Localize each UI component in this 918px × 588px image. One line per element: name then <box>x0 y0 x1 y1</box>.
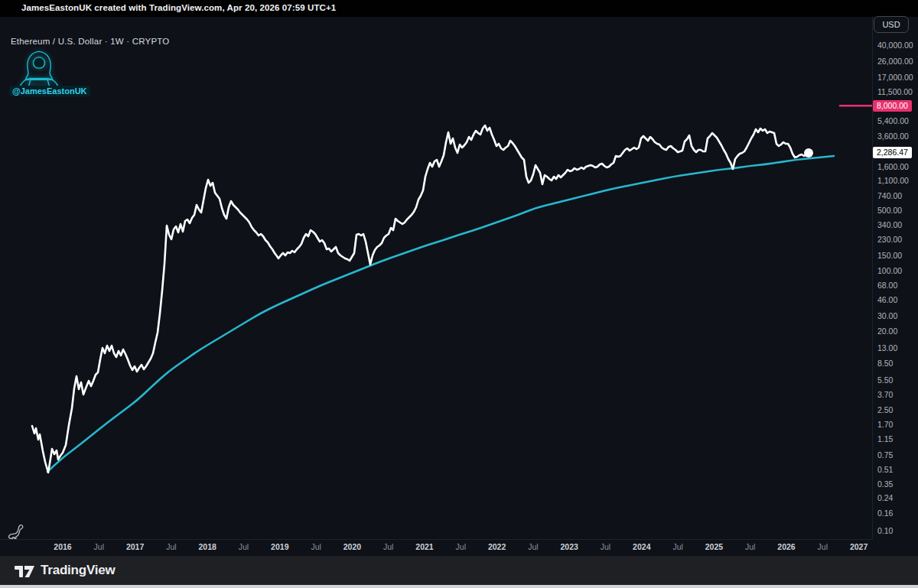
time-tick-year: 2020 <box>337 542 367 551</box>
price-tick-label: 3.70 <box>877 390 893 399</box>
window-edge <box>0 585 918 588</box>
price-tick-label: 40,000.00 <box>877 41 913 50</box>
time-tick-month: Jul <box>301 542 331 551</box>
price-tick-label: 30.00 <box>877 311 897 320</box>
time-tick-year: 2018 <box>192 542 223 551</box>
price-tick-label: 17,000.00 <box>877 73 913 82</box>
tradingview-wordmark: TradingView <box>41 563 116 578</box>
price-tick-label: 100.00 <box>877 266 902 275</box>
price-tick-label: 340.00 <box>877 220 902 229</box>
price-tick-label: 0.10 <box>877 526 893 535</box>
price-tick-label: 13.00 <box>877 343 897 352</box>
time-tick-month: Jul <box>445 542 476 551</box>
price-tick-label: 1,100.00 <box>877 176 909 185</box>
price-tick-label: 5.50 <box>877 375 893 385</box>
price-tick-label: 150.00 <box>877 251 902 260</box>
price-tick-label: 1.15 <box>877 434 893 443</box>
last-price-dot <box>804 148 813 158</box>
price-tick-label: 3,600.00 <box>877 132 909 141</box>
time-tick-year: 2026 <box>771 542 802 551</box>
tradingview-logo[interactable]: TradingView <box>15 563 116 578</box>
price-tick-label: 0.51 <box>877 465 893 474</box>
time-tick-month: Jul <box>735 542 766 551</box>
price-scale[interactable]: 40,000.0026,000.0017,000.0011,500.005,40… <box>872 17 918 539</box>
time-tick-month: Jul <box>807 542 838 551</box>
dinosaur-icon <box>7 522 27 545</box>
time-tick-year: 2024 <box>627 542 657 551</box>
price-tick-label: 46.00 <box>877 295 897 304</box>
time-tick-month: Jul <box>591 542 621 551</box>
price-line-series <box>32 125 809 473</box>
tradingview-mark-icon <box>15 563 35 578</box>
price-tick-label: 230.00 <box>877 235 902 244</box>
time-tick-month: Jul <box>662 542 693 551</box>
price-tick-label: 500.00 <box>877 206 902 215</box>
time-tick-year: 2022 <box>482 542 513 551</box>
growth-curve-series <box>47 156 834 472</box>
time-tick-month: Jul <box>156 542 187 551</box>
price-tick-label: 0.16 <box>877 508 893 518</box>
price-tick-label: 0.35 <box>877 479 893 489</box>
price-tick-label: 5,400.00 <box>877 116 909 125</box>
price-target-label[interactable]: 8,000.00 <box>873 100 912 112</box>
time-scale[interactable]: 2016Jul2017Jul2018Jul2019Jul2020Jul2021J… <box>0 539 918 556</box>
price-tick-label: 20.00 <box>877 326 897 336</box>
footer-bar: TradingView <box>0 556 918 585</box>
price-tick-label: 740.00 <box>877 191 902 200</box>
price-tick-label: 0.75 <box>877 450 893 460</box>
time-tick-year: 2017 <box>120 542 151 551</box>
time-tick-year: 2025 <box>698 542 729 551</box>
time-tick-month: Jul <box>518 542 549 551</box>
price-tick-label: 1.70 <box>877 420 893 429</box>
time-tick-month: Jul <box>373 542 404 551</box>
time-tick-year: 2027 <box>844 542 874 551</box>
price-tick-label: 2.50 <box>877 405 893 414</box>
price-tick-label: 26,000.00 <box>877 57 913 66</box>
price-tick-label: 1,600.00 <box>877 162 909 171</box>
last-price-badge: 2,286.47 <box>873 147 912 158</box>
price-tick-label: 8.50 <box>877 359 893 368</box>
time-tick-month: Jul <box>83 542 114 551</box>
time-tick-year: 2023 <box>554 542 584 551</box>
price-tick-label: 11,500.00 <box>877 87 913 96</box>
time-tick-year: 2021 <box>409 542 440 551</box>
price-tick-label: 0.24 <box>877 493 893 502</box>
price-plot[interactable] <box>0 0 918 588</box>
time-tick-month: Jul <box>229 542 259 551</box>
time-tick-year: 2016 <box>47 542 78 551</box>
price-tick-label: 68.00 <box>877 281 897 290</box>
time-tick-year: 2019 <box>265 542 295 551</box>
